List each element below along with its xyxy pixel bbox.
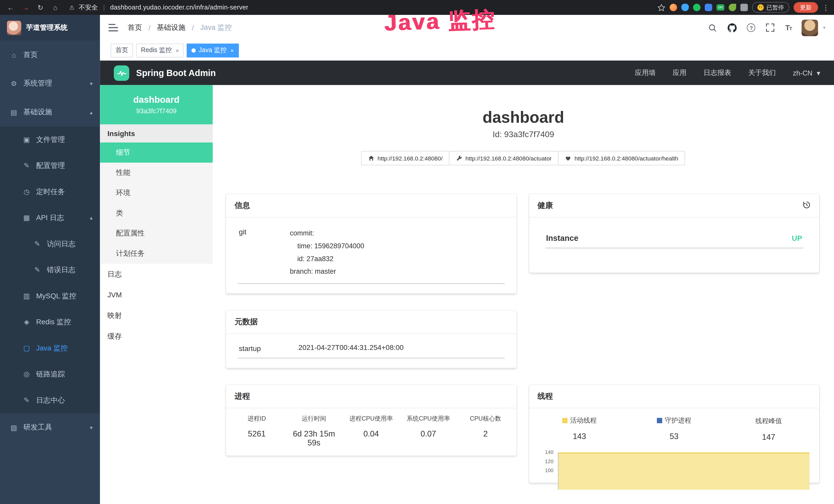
annotation-text: Java 监控 [383,4,496,38]
sba-item-mappings[interactable]: 映射 [100,305,213,326]
browser-refresh-icon[interactable]: ↻ [35,3,46,11]
screen: ← → ↻ ⌂ ⚠ 不安全 | dashboard.yudao.iocoder.… [0,0,834,504]
sba-item-details[interactable]: 细节 [100,142,213,163]
security-warning-label[interactable]: 不安全 [79,3,98,12]
actuator-url-link[interactable]: http://192.168.0.2:48080/actuator [449,151,559,165]
sidebar-item-system-mgmt[interactable]: ⚙ 系统管理 ▾ [0,69,100,98]
paused-badge[interactable]: 已暂停 [752,2,789,13]
sidebar-item-home[interactable]: ⌂ 首页 [0,40,100,69]
sba-nav: 应用墙 应用 日志报表 关于我们 zh-CN ▾ [635,68,820,77]
avatar[interactable] [802,20,818,36]
github-icon[interactable] [727,23,737,32]
extensions-puzzle-icon[interactable] [741,4,748,11]
page-subtitle: Id: 93a3fc7f7409 [213,130,834,139]
sba-item-scheduled-tasks[interactable]: 计划任务 [100,244,213,264]
database-icon: ▥ [22,292,31,300]
toolbox-icon: ▨ [9,423,18,431]
sidebar-item-label: 链路追踪 [36,369,65,379]
sidebar-logo-row[interactable]: 芋道管理系统 [0,15,100,40]
fullscreen-icon[interactable] [766,23,775,32]
browser-home-icon[interactable]: ⌂ [50,3,61,11]
sidebar-item-error-logs[interactable]: ✎ 错误日志 [0,257,100,283]
breadcrumb-section[interactable]: 基础设施 [157,23,185,32]
bookmark-star-icon[interactable] [658,3,665,11]
close-icon[interactable]: × [231,47,234,53]
info-card: 信息 git commit: time: 1596289704000 id: 2… [226,194,516,294]
sba-nav-applications[interactable]: 应用 [673,68,686,77]
address-bar-url[interactable]: dashboard.yudao.iocoder.cn/infra/admin-s… [110,4,248,11]
app-sidebar: 芋道管理系统 ⌂ 首页 ⚙ 系统管理 ▾ ▤ 基础设施 ▴ [0,15,100,504]
tab-java-monitor[interactable]: Java 监控 × [187,43,239,57]
sba-item-jvm[interactable]: JVM [100,284,213,305]
tab-home[interactable]: 首页 [111,43,133,57]
extension-grid-icon[interactable] [705,4,712,11]
extension-leaf-icon[interactable] [729,4,736,11]
legend-peak-threads: 线程峰值 147 [721,416,816,441]
breadcrumb-home[interactable]: 首页 [128,23,142,32]
java-monitor-icon: ▢ [22,344,31,352]
sidebar-item-infrastructure[interactable]: ▤ 基础设施 ▴ [0,98,100,127]
service-url-link[interactable]: http://192.168.0.2:48080/ [361,151,449,165]
search-icon[interactable] [708,23,717,32]
metadata-value: 2021-04-27T00:44:31.254+08:00 [299,344,503,352]
sba-nav-wall[interactable]: 应用墙 [635,68,656,77]
status-badge: UP [792,234,802,242]
sba-item-metrics[interactable]: 性能 [100,163,213,183]
sidebar-item-java-monitor[interactable]: ▢ Java 监控 [0,335,100,361]
sidebar-item-scheduled-jobs[interactable]: ◷ 定时任务 [0,179,100,205]
sba-item-classes[interactable]: 类 [100,203,213,223]
sba-locale-select[interactable]: zh-CN [793,69,812,77]
sidebar-item-log-center[interactable]: ✎ 日志中心 [0,387,100,413]
sba-item-environment[interactable]: 环境 [100,183,213,203]
extension-fox-icon[interactable] [670,4,677,11]
sidebar-item-dev-tools[interactable]: ▨ 研发工具 ▾ [0,413,100,442]
extension-drop-icon[interactable] [681,4,689,11]
y-axis-tick: 140 [539,449,553,455]
close-icon[interactable]: × [175,47,179,53]
sba-nav-about[interactable]: 关于我们 [748,68,776,77]
process-col-system-cpu: 系统CPU使用率 0.07 [400,415,457,447]
metadata-card-title: 元数据 [226,311,516,334]
legend-swatch-blue [657,418,662,423]
sidebar-item-label: 日志中心 [36,395,65,405]
chevron-down-icon: ▾ [817,69,820,77]
health-url: http://192.168.0.2:48080/actuator/health [575,155,678,161]
sba-navbar: Spring Boot Admin 应用墙 应用 日志报表 关于我们 zh-CN… [100,61,834,85]
process-card-title: 进程 [226,385,516,409]
threads-area-series [557,453,810,490]
hamburger-icon[interactable] [108,24,118,31]
sba-nav-journal[interactable]: 日志报表 [704,68,731,77]
app-frame: 芋道管理系统 ⌂ 首页 ⚙ 系统管理 ▾ ▤ 基础设施 ▴ [0,15,834,504]
sidebar-item-mysql-monitor[interactable]: ▥ MySQL 监控 [0,283,100,309]
sba-item-caches[interactable]: 缓存 [100,326,213,347]
sidebar-item-redis-monitor[interactable]: ◈ Redis 监控 [0,309,100,335]
warning-triangle-icon[interactable]: ⚠ [69,4,74,11]
update-button[interactable]: 更新 [794,2,818,13]
browser-menu-kebab-icon[interactable]: ⋮ [822,3,829,11]
sidebar-item-tracing[interactable]: ◎ 链路追踪 [0,361,100,387]
help-icon[interactable]: ? [747,23,755,32]
sba-item-config-props[interactable]: 配置属性 [100,223,213,244]
git-branch-line: branch: master [290,266,503,278]
extension-on-badge[interactable]: on [717,4,725,11]
sba-instance-header[interactable]: dashboard 93a3fc7f7409 [100,85,213,124]
sidebar-item-config-mgmt[interactable]: ✎ 配置管理 [0,153,100,179]
sidebar-item-api-logs[interactable]: ▦ API 日志 ▴ [0,205,100,231]
font-size-icon[interactable]: TT [785,23,792,32]
health-card-title: 健康 [537,201,553,210]
main-column: 首页 / 基础设施 / Java 监控 ? TT [100,15,834,504]
eye-icon: ◎ [22,370,31,378]
tab-redis-monitor[interactable]: Redis 监控 × [136,43,184,57]
sidebar-item-file-mgmt[interactable]: ▣ 文件管理 [0,127,100,153]
history-icon[interactable] [803,201,811,210]
extension-green-icon[interactable] [693,4,700,11]
browser-back-icon[interactable]: ← [5,3,16,11]
health-url-link[interactable]: http://192.168.0.2:48080/actuator/health [558,151,685,165]
sidebar-item-label: Redis 监控 [36,317,71,327]
sba-item-logs[interactable]: 日志 [100,264,213,284]
paused-badge-label: 已暂停 [766,3,784,11]
process-card-body: 进程ID 5261 运行时间 6d 23h 15m 59s 进程CPU使用率 0… [226,409,516,456]
browser-forward-icon[interactable]: → [20,3,31,11]
sidebar-item-access-logs[interactable]: ✎ 访问日志 [0,231,100,257]
chevron-up-icon: ▴ [90,215,92,221]
